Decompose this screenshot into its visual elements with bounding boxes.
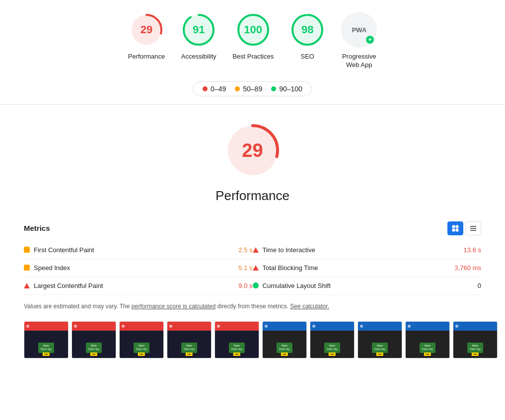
metrics-right-col: Time to Interactive 13.6 s Total Blockin… [253, 241, 482, 295]
metric-value-cls: 0 [446, 282, 481, 289]
metrics-section: Metrics [0, 221, 505, 321]
metric-name-fcp: First Contentful Paint [34, 246, 214, 254]
thumb-body-10: MakeDad's day DAD [453, 331, 497, 358]
thumb-top-7 [310, 322, 354, 331]
metrics-note: Values are estimated and may vary. The p… [24, 295, 481, 321]
thumbnails-section: MakeDad's day DAD MakeDad's day DAD Make… [0, 321, 505, 358]
thumb-9[interactable]: MakeDad's day DAD [405, 321, 450, 358]
thumb-body-1: MakeDad's day DAD [24, 331, 68, 358]
score-circle-seo: 98 [289, 12, 325, 48]
metric-name-si: Speed Index [34, 264, 214, 272]
metric-value-lcp: 9.0 s [218, 282, 253, 289]
thumb-top-4 [167, 322, 211, 331]
thumb-badge-1: DAD [43, 352, 50, 356]
metric-icon-si [24, 265, 30, 271]
thumb-body-4: MakeDad's day DAD [167, 331, 211, 358]
svg-rect-11 [456, 225, 458, 228]
metric-value-fcp: 2.5 s [218, 246, 253, 254]
score-accessibility[interactable]: 91 Accessibility [181, 12, 216, 61]
score-label-seo: SEO [301, 53, 314, 61]
legend-dot-red [203, 86, 208, 91]
metrics-header: Metrics [24, 221, 481, 235]
metric-lcp: Largest Contentful Paint 9.0 s [24, 277, 253, 295]
main-score-value: 29 [242, 140, 263, 161]
metrics-title: Metrics [24, 224, 50, 232]
top-scores-section: 29 Performance 91 Accessibility 100 Best… [0, 0, 505, 77]
metric-tti: Time to Interactive 13.6 s [253, 241, 482, 259]
score-pwa[interactable]: PWA + ProgressiveWeb App [341, 12, 377, 70]
thumb-top-8 [358, 322, 402, 331]
pwa-text: PWA [352, 27, 366, 33]
metric-name-tti: Time to Interactive [263, 246, 443, 254]
main-score-title: Performance [216, 188, 289, 204]
toggle-list-button[interactable] [465, 221, 481, 235]
score-value-performance: 29 [141, 23, 152, 36]
score-circle-best-practices: 100 [235, 12, 271, 48]
metric-name-cls: Cumulative Layout Shift [263, 282, 443, 289]
calculator-link[interactable]: See calculator. [290, 303, 329, 310]
score-value-best-practices: 100 [244, 23, 262, 36]
metric-value-si: 5.1 s [218, 264, 253, 272]
thumb-body-9: MakeDad's day DAD [406, 331, 449, 358]
thumb-1[interactable]: MakeDad's day DAD [24, 321, 69, 358]
score-label-accessibility: Accessibility [181, 53, 216, 61]
thumb-8[interactable]: MakeDad's day DAD [358, 321, 402, 358]
metrics-left-col: First Contentful Paint 2.5 s Speed Index… [24, 241, 253, 295]
metric-fcp: First Contentful Paint 2.5 s [24, 241, 253, 259]
legend-range-orange: 50–89 [243, 85, 262, 93]
thumb-4[interactable]: MakeDad's day DAD [167, 321, 212, 358]
thumb-body-6: MakeDad's day DAD [263, 331, 306, 358]
score-value-accessibility: 91 [193, 23, 205, 36]
thumb-dot-1 [26, 325, 29, 328]
score-label-pwa: ProgressiveWeb App [342, 53, 376, 70]
thumb-top-2 [72, 322, 116, 331]
metric-icon-lcp [24, 283, 30, 288]
perf-score-link[interactable]: performance score is calculated [132, 303, 216, 310]
metric-si: Speed Index 5.1 s [24, 259, 253, 277]
score-label-best-practices: Best Practices [232, 53, 274, 61]
thumb-body-2: MakeDad's day DAD [72, 331, 116, 358]
svg-rect-13 [456, 229, 458, 231]
metric-value-tti: 13.6 s [446, 246, 481, 254]
toggle-grid-button[interactable] [447, 221, 463, 235]
svg-rect-10 [452, 225, 455, 228]
metric-icon-cls [253, 282, 259, 288]
thumb-top-3 [120, 322, 163, 331]
metric-value-tbt: 3,760 ms [446, 264, 481, 272]
score-seo[interactable]: 98 SEO [289, 12, 325, 61]
score-best-practices[interactable]: 100 Best Practices [232, 12, 274, 61]
thumb-10[interactable]: MakeDad's day DAD [453, 321, 498, 358]
legend-range-green: 90–100 [279, 85, 302, 93]
legend-badge: 0–49 50–89 90–100 [193, 81, 312, 96]
metrics-grid: First Contentful Paint 2.5 s Speed Index… [24, 241, 481, 295]
metric-icon-fcp [24, 247, 30, 253]
legend-green: 90–100 [271, 85, 302, 93]
thumb-6[interactable]: MakeDad's day DAD [262, 321, 307, 358]
svg-rect-12 [452, 229, 455, 231]
score-circle-performance: 29 [129, 12, 164, 48]
legend-dot-green [271, 86, 276, 91]
legend-orange: 50–89 [235, 85, 262, 93]
thumb-body-7: MakeDad's day DAD [310, 331, 354, 358]
thumb-top-10 [453, 322, 497, 331]
metric-icon-tbt [253, 265, 259, 271]
thumb-body-5: MakeDad's day DAD [215, 331, 259, 358]
thumb-banner-1: MakeDad's day [38, 343, 54, 353]
main-score-circle: 29 [223, 121, 283, 180]
thumb-5[interactable]: MakeDad's day DAD [215, 321, 259, 358]
pwa-circle: PWA + [341, 12, 377, 48]
metric-tbt: Total Blocking Time 3,760 ms [253, 259, 482, 277]
view-toggle [447, 221, 481, 235]
thumb-3[interactable]: MakeDad's day DAD [119, 321, 164, 358]
thumb-top-9 [406, 322, 449, 331]
thumb-2[interactable]: MakeDad's day DAD [72, 321, 116, 358]
thumb-body-3: MakeDad's day DAD [120, 331, 163, 358]
legend-red: 0–49 [203, 85, 226, 93]
thumb-7[interactable]: MakeDad's day DAD [310, 321, 355, 358]
score-performance[interactable]: 29 Performance [128, 12, 165, 61]
metric-cls: Cumulative Layout Shift 0 [253, 277, 482, 295]
thumb-top-5 [215, 322, 259, 331]
score-label-performance: Performance [128, 53, 165, 61]
metric-name-lcp: Largest Contentful Paint [34, 282, 214, 289]
score-value-seo: 98 [301, 23, 313, 36]
